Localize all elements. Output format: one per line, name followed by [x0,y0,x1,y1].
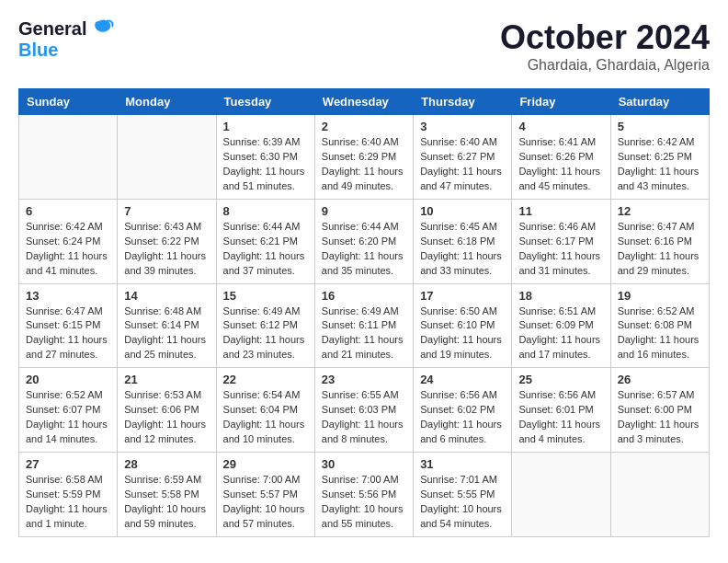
logo-blue-text: Blue [18,40,58,61]
day-number: 2 [322,120,406,133]
day-info: Sunrise: 6:48 AM Sunset: 6:14 PM Dayligh… [124,304,209,363]
day-info: Sunrise: 6:46 AM Sunset: 6:17 PM Dayligh… [518,220,603,279]
day-info: Sunrise: 6:56 AM Sunset: 6:02 PM Dayligh… [420,388,505,447]
day-info: Sunrise: 6:54 AM Sunset: 6:04 PM Dayligh… [223,388,308,447]
table-row: 2Sunrise: 6:40 AM Sunset: 6:29 PM Daylig… [314,115,413,200]
calendar-week-row: 6Sunrise: 6:42 AM Sunset: 6:24 PM Daylig… [19,199,710,283]
day-info: Sunrise: 6:47 AM Sunset: 6:16 PM Dayligh… [618,220,702,279]
table-row: 13Sunrise: 6:47 AM Sunset: 6:15 PM Dayli… [19,283,118,368]
table-row: 22Sunrise: 6:54 AM Sunset: 6:04 PM Dayli… [216,368,314,453]
table-row: 28Sunrise: 6:59 AM Sunset: 5:58 PM Dayli… [118,453,216,537]
day-number: 5 [618,120,702,133]
col-wednesday: Wednesday [314,89,413,115]
table-row: 18Sunrise: 6:51 AM Sunset: 6:09 PM Dayli… [512,283,610,368]
calendar-week-row: 1Sunrise: 6:39 AM Sunset: 6:30 PM Daylig… [19,115,710,200]
page-header: General Blue October 2024 Ghardaia, Ghar… [18,18,710,74]
day-number: 21 [124,373,209,386]
day-info: Sunrise: 6:56 AM Sunset: 6:01 PM Dayligh… [518,388,603,447]
col-monday: Monday [118,89,216,115]
table-row: 17Sunrise: 6:50 AM Sunset: 6:10 PM Dayli… [414,283,512,368]
day-info: Sunrise: 7:00 AM Sunset: 5:57 PM Dayligh… [223,473,308,532]
day-number: 16 [322,289,406,303]
day-info: Sunrise: 6:55 AM Sunset: 6:03 PM Dayligh… [322,388,406,447]
day-number: 30 [322,457,406,471]
day-number: 23 [322,373,406,386]
table-row: 19Sunrise: 6:52 AM Sunset: 6:08 PM Dayli… [610,283,709,368]
day-info: Sunrise: 6:49 AM Sunset: 6:11 PM Dayligh… [322,304,406,363]
calendar-header: Sunday Monday Tuesday Wednesday Thursday… [19,89,710,115]
day-info: Sunrise: 7:01 AM Sunset: 5:55 PM Dayligh… [420,473,505,532]
day-number: 3 [420,120,505,133]
day-info: Sunrise: 6:45 AM Sunset: 6:18 PM Dayligh… [420,220,505,279]
col-tuesday: Tuesday [216,89,314,115]
table-row: 21Sunrise: 6:53 AM Sunset: 6:06 PM Dayli… [118,368,216,453]
day-number: 14 [124,289,209,303]
table-row: 12Sunrise: 6:47 AM Sunset: 6:16 PM Dayli… [610,199,709,283]
table-row: 8Sunrise: 6:44 AM Sunset: 6:21 PM Daylig… [216,199,314,283]
day-info: Sunrise: 6:39 AM Sunset: 6:30 PM Dayligh… [223,135,308,194]
day-number: 20 [26,373,110,386]
table-row: 27Sunrise: 6:58 AM Sunset: 5:59 PM Dayli… [19,453,118,537]
day-number: 29 [223,457,308,471]
header-row: Sunday Monday Tuesday Wednesday Thursday… [19,89,710,115]
calendar-week-row: 20Sunrise: 6:52 AM Sunset: 6:07 PM Dayli… [19,368,710,453]
table-row: 29Sunrise: 7:00 AM Sunset: 5:57 PM Dayli… [216,453,314,537]
day-number: 1 [223,120,308,133]
table-row [610,453,709,537]
table-row: 7Sunrise: 6:43 AM Sunset: 6:22 PM Daylig… [118,199,216,283]
table-row: 6Sunrise: 6:42 AM Sunset: 6:24 PM Daylig… [19,199,118,283]
day-number: 24 [420,373,505,386]
day-info: Sunrise: 6:51 AM Sunset: 6:09 PM Dayligh… [518,304,603,363]
day-number: 31 [420,457,505,471]
col-sunday: Sunday [19,89,118,115]
day-info: Sunrise: 6:52 AM Sunset: 6:08 PM Dayligh… [618,304,702,363]
table-row [512,453,610,537]
day-number: 12 [618,204,702,218]
table-row: 25Sunrise: 6:56 AM Sunset: 6:01 PM Dayli… [512,368,610,453]
day-number: 15 [223,289,308,303]
day-info: Sunrise: 7:00 AM Sunset: 5:56 PM Dayligh… [322,473,406,532]
calendar-week-row: 27Sunrise: 6:58 AM Sunset: 5:59 PM Dayli… [19,453,710,537]
table-row: 31Sunrise: 7:01 AM Sunset: 5:55 PM Dayli… [414,453,512,537]
day-number: 17 [420,289,505,303]
table-row: 5Sunrise: 6:42 AM Sunset: 6:25 PM Daylig… [610,115,709,200]
table-row: 10Sunrise: 6:45 AM Sunset: 6:18 PM Dayli… [414,199,512,283]
table-row: 4Sunrise: 6:41 AM Sunset: 6:26 PM Daylig… [512,115,610,200]
table-row: 1Sunrise: 6:39 AM Sunset: 6:30 PM Daylig… [216,115,314,200]
day-info: Sunrise: 6:59 AM Sunset: 5:58 PM Dayligh… [124,473,209,532]
day-number: 28 [124,457,209,471]
table-row: 23Sunrise: 6:55 AM Sunset: 6:03 PM Dayli… [314,368,413,453]
logo: General Blue [18,18,114,61]
day-number: 26 [618,373,702,386]
day-number: 27 [26,457,110,471]
title-section: October 2024 Ghardaia, Ghardaia, Algeria [500,18,710,74]
day-number: 4 [518,120,603,133]
day-info: Sunrise: 6:58 AM Sunset: 5:59 PM Dayligh… [26,473,110,532]
calendar-table: Sunday Monday Tuesday Wednesday Thursday… [18,88,710,537]
day-number: 11 [518,204,603,218]
table-row: 11Sunrise: 6:46 AM Sunset: 6:17 PM Dayli… [512,199,610,283]
table-row [118,115,216,200]
day-info: Sunrise: 6:53 AM Sunset: 6:06 PM Dayligh… [124,388,209,447]
table-row: 14Sunrise: 6:48 AM Sunset: 6:14 PM Dayli… [118,283,216,368]
logo-general-text: General [18,18,86,40]
day-number: 22 [223,373,308,386]
day-info: Sunrise: 6:41 AM Sunset: 6:26 PM Dayligh… [518,135,603,194]
day-info: Sunrise: 6:52 AM Sunset: 6:07 PM Dayligh… [26,388,110,447]
day-number: 8 [223,204,308,218]
table-row [19,115,118,200]
calendar-body: 1Sunrise: 6:39 AM Sunset: 6:30 PM Daylig… [19,115,710,537]
month-title: October 2024 [500,18,710,57]
day-info: Sunrise: 6:47 AM Sunset: 6:15 PM Dayligh… [26,304,110,363]
table-row: 9Sunrise: 6:44 AM Sunset: 6:20 PM Daylig… [314,199,413,283]
day-info: Sunrise: 6:40 AM Sunset: 6:27 PM Dayligh… [420,135,505,194]
day-info: Sunrise: 6:42 AM Sunset: 6:25 PM Dayligh… [618,135,702,194]
logo-bird-icon [88,18,114,39]
location-subtitle: Ghardaia, Ghardaia, Algeria [500,57,710,74]
table-row: 26Sunrise: 6:57 AM Sunset: 6:00 PM Dayli… [610,368,709,453]
table-row: 30Sunrise: 7:00 AM Sunset: 5:56 PM Dayli… [314,453,413,537]
col-thursday: Thursday [414,89,512,115]
day-info: Sunrise: 6:42 AM Sunset: 6:24 PM Dayligh… [26,220,110,279]
table-row: 16Sunrise: 6:49 AM Sunset: 6:11 PM Dayli… [314,283,413,368]
day-number: 7 [124,204,209,218]
